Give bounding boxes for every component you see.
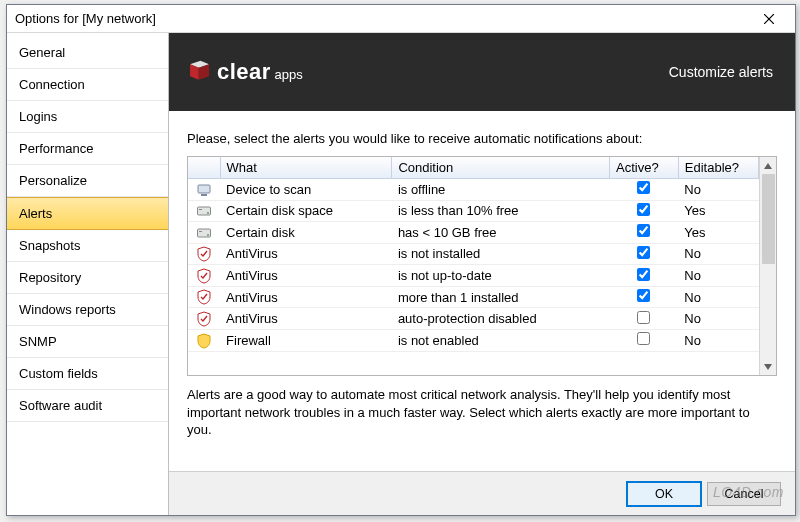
scroll-down-arrow[interactable] — [760, 358, 776, 375]
cell-what: AntiVirus — [220, 308, 392, 330]
col-active[interactable]: Active? — [610, 157, 679, 179]
close-icon — [764, 14, 774, 24]
alerts-table: What Condition Active? Editable? Device … — [188, 157, 759, 352]
chevron-up-icon — [764, 163, 772, 169]
cell-condition: is offline — [392, 179, 610, 201]
cell-condition: has < 10 GB free — [392, 222, 610, 244]
cell-what: AntiVirus — [220, 286, 392, 308]
sidebar-item-label: Personalize — [19, 173, 87, 188]
chevron-down-icon — [764, 364, 772, 370]
sidebar-item-label: Logins — [19, 109, 57, 124]
col-condition[interactable]: Condition — [392, 157, 610, 179]
cell-what: Certain disk space — [220, 200, 392, 222]
cell-active — [610, 179, 679, 201]
sidebar-item-performance[interactable]: Performance — [7, 133, 168, 165]
disk-icon — [188, 222, 220, 244]
svg-point-9 — [207, 212, 209, 214]
cell-editable: No — [678, 329, 758, 351]
cell-editable: Yes — [678, 222, 758, 244]
brand-logo: clear apps — [183, 59, 303, 85]
sidebar-item-label: General — [19, 45, 65, 60]
cell-editable: No — [678, 286, 758, 308]
sidebar-item-connection[interactable]: Connection — [7, 69, 168, 101]
table-row[interactable]: AntiVirusis not up-to-dateNo — [188, 265, 759, 287]
active-checkbox[interactable] — [637, 289, 650, 302]
sidebar-item-software-audit[interactable]: Software audit — [7, 390, 168, 422]
close-button[interactable] — [749, 6, 789, 32]
svg-rect-6 — [201, 194, 207, 196]
table-row[interactable]: AntiVirusis not installedNo — [188, 243, 759, 265]
scroll-thumb[interactable] — [762, 174, 775, 264]
active-checkbox[interactable] — [637, 311, 650, 324]
cell-what: AntiVirus — [220, 243, 392, 265]
sidebar-item-snmp[interactable]: SNMP — [7, 326, 168, 358]
cell-what: Device to scan — [220, 179, 392, 201]
cell-active — [610, 265, 679, 287]
sidebar-item-label: Snapshots — [19, 238, 80, 253]
cell-condition: more than 1 installed — [392, 286, 610, 308]
options-dialog: Options for [My network] General Connect… — [6, 4, 796, 516]
disk-icon — [188, 200, 220, 222]
col-editable[interactable]: Editable? — [678, 157, 758, 179]
active-checkbox[interactable] — [637, 203, 650, 216]
window-title: Options for [My network] — [15, 11, 156, 26]
cell-editable: No — [678, 243, 758, 265]
svg-marker-13 — [764, 163, 772, 169]
cell-condition: is not enabled — [392, 329, 610, 351]
active-checkbox[interactable] — [637, 224, 650, 237]
cell-condition: is not up-to-date — [392, 265, 610, 287]
scroll-up-arrow[interactable] — [760, 157, 776, 174]
cell-editable: No — [678, 308, 758, 330]
active-checkbox[interactable] — [637, 246, 650, 259]
sidebar: General Connection Logins Performance Pe… — [7, 33, 169, 515]
active-checkbox[interactable] — [637, 181, 650, 194]
active-checkbox[interactable] — [637, 268, 650, 281]
svg-rect-8 — [199, 209, 202, 210]
device-icon — [188, 179, 220, 201]
vertical-scrollbar[interactable] — [759, 157, 776, 375]
cell-active — [610, 329, 679, 351]
sidebar-item-windows-reports[interactable]: Windows reports — [7, 294, 168, 326]
cell-active — [610, 222, 679, 244]
brand-text: clear — [217, 59, 271, 84]
cell-editable: No — [678, 265, 758, 287]
sidebar-item-logins[interactable]: Logins — [7, 101, 168, 133]
sidebar-item-label: Alerts — [19, 206, 52, 221]
cell-active — [610, 243, 679, 265]
sidebar-item-label: Software audit — [19, 398, 102, 413]
svg-marker-14 — [764, 364, 772, 370]
active-checkbox[interactable] — [637, 332, 650, 345]
col-icon[interactable] — [188, 157, 220, 179]
table-row[interactable]: Device to scanis offlineNo — [188, 179, 759, 201]
cube-icon — [183, 59, 211, 85]
sidebar-item-repository[interactable]: Repository — [7, 262, 168, 294]
alerts-table-container: What Condition Active? Editable? Device … — [187, 156, 777, 376]
av-icon — [188, 308, 220, 330]
sidebar-item-label: Connection — [19, 77, 85, 92]
table-row[interactable]: Firewallis not enabledNo — [188, 329, 759, 351]
sidebar-item-general[interactable]: General — [7, 37, 168, 69]
titlebar: Options for [My network] — [7, 5, 795, 33]
cell-what: Firewall — [220, 329, 392, 351]
cell-what: AntiVirus — [220, 265, 392, 287]
sidebar-item-alerts[interactable]: Alerts — [7, 197, 168, 230]
table-row[interactable]: Certain diskhas < 10 GB freeYes — [188, 222, 759, 244]
col-what[interactable]: What — [220, 157, 392, 179]
cell-active — [610, 286, 679, 308]
sidebar-item-personalize[interactable]: Personalize — [7, 165, 168, 197]
sidebar-item-label: Custom fields — [19, 366, 98, 381]
sidebar-item-custom-fields[interactable]: Custom fields — [7, 358, 168, 390]
ok-button[interactable]: OK — [627, 482, 701, 506]
header-banner: clear apps Customize alerts — [169, 33, 795, 111]
dialog-footer: OK Cancel — [169, 471, 795, 515]
svg-rect-5 — [198, 185, 210, 193]
table-row[interactable]: AntiVirusmore than 1 installedNo — [188, 286, 759, 308]
brand-sub-text: apps — [275, 67, 303, 82]
svg-point-12 — [207, 234, 209, 236]
sidebar-item-snapshots[interactable]: Snapshots — [7, 230, 168, 262]
cancel-button[interactable]: Cancel — [707, 482, 781, 506]
page-title: Customize alerts — [669, 64, 773, 80]
table-row[interactable]: AntiVirusauto-protection disabledNo — [188, 308, 759, 330]
description-text: Alerts are a good way to automate most c… — [187, 386, 777, 439]
table-row[interactable]: Certain disk spaceis less than 10% freeY… — [188, 200, 759, 222]
